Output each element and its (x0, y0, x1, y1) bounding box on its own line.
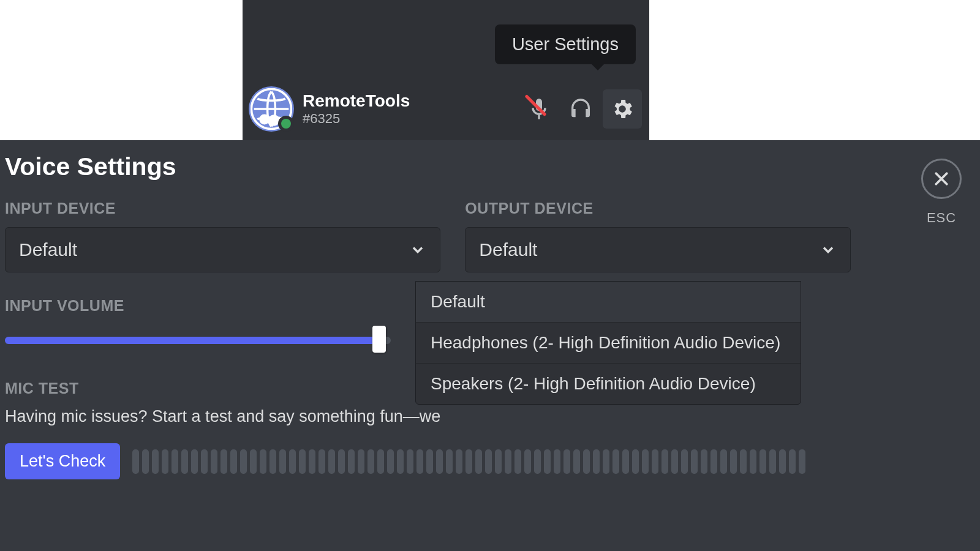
mic-test-row: Let's Check (5, 443, 975, 479)
output-device-select[interactable]: Default (465, 227, 851, 272)
dropdown-option[interactable]: Default (416, 282, 801, 322)
meter-bar (710, 449, 717, 474)
meter-bar (750, 449, 756, 474)
meter-bar (289, 449, 296, 474)
headphones-icon[interactable] (561, 89, 600, 129)
output-device-label: OUTPUT DEVICE (465, 200, 851, 217)
meter-bar (142, 449, 149, 474)
meter-bar (446, 449, 453, 474)
meter-bar (397, 449, 404, 474)
input-device-value: Default (19, 239, 77, 260)
meter-bar (299, 449, 306, 474)
meter-bar (652, 449, 658, 474)
user-text[interactable]: RemoteTools #6325 (303, 92, 519, 127)
input-volume-label: INPUT VOLUME (5, 297, 440, 315)
user-tag: #6325 (303, 111, 519, 126)
meter-bar (701, 449, 707, 474)
meter-bar (740, 449, 747, 474)
meter-bar (279, 449, 286, 474)
input-device-select[interactable]: Default (5, 227, 440, 272)
meter-bar (769, 449, 776, 474)
meter-bar (505, 449, 511, 474)
input-device-label: INPUT DEVICE (5, 200, 440, 217)
user-bar-row: RemoteTools #6325 (243, 78, 649, 140)
meter-bar (671, 449, 678, 474)
voice-settings-panel: Voice Settings ESC INPUT DEVICE Default … (0, 140, 980, 551)
svg-point-2 (259, 114, 270, 125)
meter-bar (662, 449, 668, 474)
meter-bar (534, 449, 541, 474)
slider-fill (5, 337, 379, 344)
username: RemoteTools (303, 92, 519, 111)
close-group: ESC (921, 159, 962, 226)
page-title: Voice Settings (5, 152, 975, 181)
meter-bar (436, 449, 443, 474)
input-volume-slider[interactable] (5, 326, 391, 353)
user-panel: User Settings RemoteTools #6325 (243, 0, 649, 140)
meter-bar (622, 449, 629, 474)
microphone-muted-icon[interactable] (519, 89, 559, 129)
mic-level-meter (132, 449, 806, 474)
close-button[interactable] (921, 159, 962, 199)
meter-bar (524, 449, 531, 474)
meter-bar (475, 449, 482, 474)
lets-check-button[interactable]: Let's Check (5, 443, 120, 479)
meter-bar (564, 449, 570, 474)
meter-bar (554, 449, 560, 474)
meter-bar (632, 449, 639, 474)
status-online-icon (278, 116, 294, 132)
input-device-column: INPUT DEVICE Default INPUT VOLUME MIC TE… (5, 200, 440, 426)
meter-bar (221, 449, 227, 474)
meter-bar (799, 449, 805, 474)
meter-bar (612, 449, 619, 474)
mic-test-label: MIC TEST (5, 380, 440, 397)
meter-bar (789, 449, 796, 474)
meter-bar (270, 449, 276, 474)
meter-bar (328, 449, 335, 474)
meter-bar (162, 449, 168, 474)
meter-bar (260, 449, 266, 474)
chevron-down-icon (820, 241, 837, 258)
tooltip-user-settings: User Settings (495, 24, 636, 64)
meter-bar (544, 449, 551, 474)
meter-bar (603, 449, 609, 474)
meter-bar (514, 449, 521, 474)
meter-bar (642, 449, 649, 474)
meter-bar (309, 449, 315, 474)
meter-bar (681, 449, 688, 474)
avatar[interactable] (249, 86, 294, 132)
meter-bar (348, 449, 355, 474)
meter-bar (495, 449, 502, 474)
meter-bar (730, 449, 737, 474)
output-device-value: Default (479, 239, 537, 260)
meter-bar (230, 449, 237, 474)
chevron-down-icon (409, 241, 426, 258)
slider-thumb[interactable] (372, 326, 386, 353)
dropdown-option[interactable]: Headphones (2- High Definition Audio Dev… (416, 322, 801, 363)
meter-bar (338, 449, 345, 474)
meter-bar (211, 449, 217, 474)
meter-bar (132, 449, 139, 474)
output-device-dropdown[interactable]: Default Headphones (2- High Definition A… (415, 281, 801, 405)
svg-rect-5 (538, 115, 540, 119)
meter-bar (377, 449, 384, 474)
dropdown-option[interactable]: Speakers (2- High Definition Audio Devic… (416, 363, 801, 404)
meter-bar (181, 449, 188, 474)
meter-bar (172, 449, 178, 474)
meter-bar (573, 449, 580, 474)
meter-bar (466, 449, 472, 474)
meter-bar (583, 449, 590, 474)
meter-bar (201, 449, 208, 474)
meter-bar (318, 449, 325, 474)
meter-bar (593, 449, 600, 474)
gear-icon[interactable] (603, 89, 642, 129)
meter-bar (720, 449, 727, 474)
meter-bar (779, 449, 786, 474)
meter-bar (760, 449, 766, 474)
meter-bar (691, 449, 698, 474)
meter-bar (407, 449, 413, 474)
meter-bar (368, 449, 374, 474)
meter-bar (191, 449, 198, 474)
meter-bar (240, 449, 247, 474)
meter-bar (152, 449, 159, 474)
